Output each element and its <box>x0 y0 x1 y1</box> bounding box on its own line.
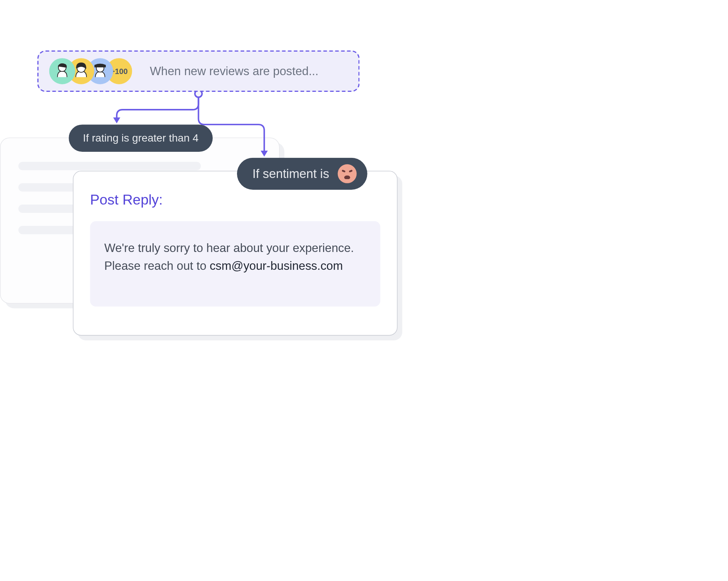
avatar-group: +100 <box>49 58 132 84</box>
reply-text: We're truly sorry to hear about your exp… <box>104 239 366 275</box>
trigger-node[interactable]: +100 When new reviews are posted... <box>37 50 359 92</box>
reply-email: csm@your-business.com <box>210 259 343 272</box>
reply-title: Post Reply: <box>90 192 381 208</box>
condition-sentiment[interactable]: If sentiment is <box>237 158 367 190</box>
condition-rating[interactable]: If rating is greater than 4 <box>69 124 213 152</box>
condition-sentiment-label: If sentiment is <box>253 167 329 181</box>
sad-face-icon <box>337 164 356 183</box>
skeleton-line <box>18 162 200 170</box>
reply-card: Post Reply: We're truly sorry to hear ab… <box>73 171 397 335</box>
trigger-label: When new reviews are posted... <box>150 65 318 78</box>
condition-rating-label: If rating is greater than 4 <box>83 132 199 145</box>
reply-body: We're truly sorry to hear about your exp… <box>90 221 381 307</box>
avatar <box>49 58 75 84</box>
